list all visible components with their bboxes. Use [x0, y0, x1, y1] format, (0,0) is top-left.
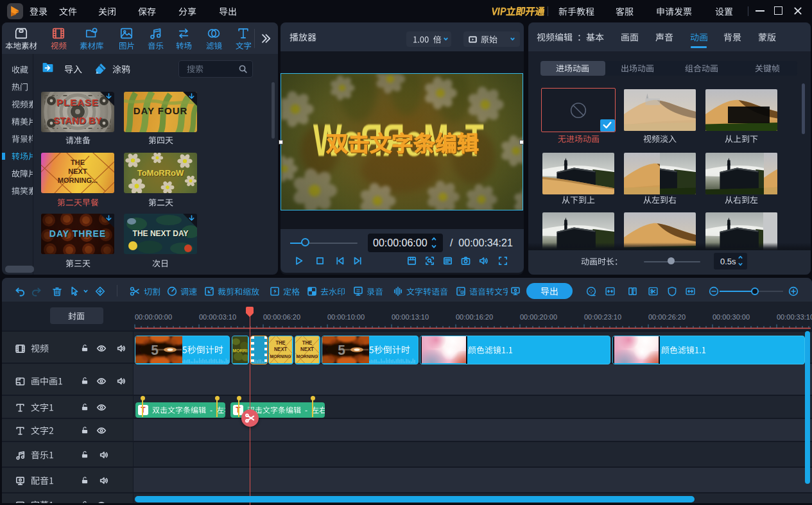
svg-text:NEXT: NEXT: [300, 347, 314, 352]
svg-text:00:00:13:10: 00:00:13:10: [392, 313, 429, 321]
svg-text:5: 5: [338, 343, 345, 359]
svg-text:THE: THE: [302, 339, 313, 345]
svg-text:00:00:10:00: 00:00:10:00: [327, 313, 365, 321]
svg-text:MORRI: MORRI: [232, 348, 247, 354]
svg-text:00:00:20:00: 00:00:20:00: [520, 313, 557, 321]
svg-text:00:00:33:10: 00:00:33:10: [777, 313, 812, 321]
svg-text:NEXT: NEXT: [274, 347, 287, 352]
svg-text:00:00:30:00: 00:00:30:00: [713, 313, 750, 321]
svg-text:00:00:03:10: 00:00:03:10: [199, 313, 236, 321]
svg-text:MORNING: MORNING: [297, 353, 318, 359]
svg-text:THE: THE: [275, 339, 286, 345]
svg-text:00:00:23:10: 00:00:23:10: [584, 313, 621, 321]
svg-text:00:00:06:20: 00:00:06:20: [263, 313, 300, 321]
svg-text:00:00:16:20: 00:00:16:20: [456, 313, 493, 321]
svg-text:5: 5: [151, 343, 159, 359]
svg-text:MORNING: MORNING: [270, 353, 291, 359]
svg-text:00:00:00:00: 00:00:00:00: [135, 313, 172, 321]
svg-text:00:00:26:20: 00:00:26:20: [648, 313, 686, 321]
